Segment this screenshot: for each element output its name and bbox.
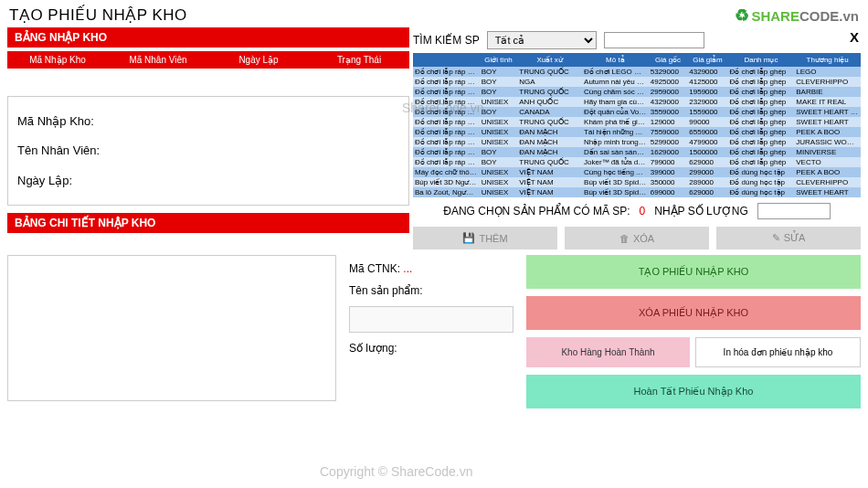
col-header[interactable]: Thương hiệu bbox=[794, 53, 861, 67]
col-header[interactable] bbox=[413, 53, 480, 67]
close-button[interactable]: X bbox=[850, 29, 859, 45]
qty-label: NHẬP SỐ LƯỢNG bbox=[654, 205, 747, 217]
search-label: TÌM KIẾM SP bbox=[413, 34, 480, 47]
detail-section-header: BẢNG CHI TIẾT NHẬP KHO bbox=[7, 213, 409, 233]
recycle-icon: ♻ bbox=[735, 5, 749, 26]
table-row[interactable]: Ba lô Zoút, Người nhện Spider-Man CL...U… bbox=[413, 187, 861, 197]
import-section-header: BẢNG NHẬP KHO bbox=[7, 27, 409, 48]
import-id-label: Mã Nhập Kho: bbox=[17, 114, 94, 128]
ctnk-label: Mã CTNK: bbox=[349, 262, 400, 275]
table-row[interactable]: Đồ chơi lắp ráp Siêu xe Người Dơi đối...… bbox=[413, 157, 861, 167]
col-header[interactable]: Giá giảm bbox=[687, 53, 727, 67]
col-header[interactable]: Giới tính bbox=[480, 53, 518, 67]
delete-button[interactable]: 🗑XÓA bbox=[565, 227, 709, 249]
ctnk-value: ... bbox=[403, 262, 412, 275]
warehouse-done-button[interactable]: Kho Hàng Hoàn Thành bbox=[526, 337, 690, 367]
col-header[interactable]: Mô tả bbox=[582, 53, 649, 67]
col-header[interactable]: Xuất xứ bbox=[517, 53, 582, 67]
table-row[interactable]: Đồ chơi lắp ráp Học viện Ma thuật và ...… bbox=[413, 137, 861, 147]
brand-logo: ♻ SHARECODE.vn bbox=[735, 5, 859, 26]
col-header[interactable]: Danh mục bbox=[728, 53, 795, 67]
finish-import-button[interactable]: Hoàn Tất Phiếu Nhập Kho bbox=[526, 375, 861, 408]
date-label: Ngày Lập: bbox=[17, 174, 72, 187]
add-button[interactable]: 💾THÊM bbox=[413, 227, 557, 249]
page-title: TẠO PHIẾU NHẬP KHO bbox=[9, 5, 187, 25]
table-row[interactable]: Đồ chơi lắp ráp Công viên giải trí ven .… bbox=[413, 77, 861, 87]
import-info-panel: Mã Nhập Kho: Tên Nhân Viên: Ngày Lập: bbox=[7, 96, 409, 206]
qty-input[interactable] bbox=[757, 203, 831, 219]
edit-icon: ✎ bbox=[772, 232, 780, 244]
col-header[interactable]: Giá gốc bbox=[649, 53, 688, 67]
detail-table-panel bbox=[7, 255, 336, 401]
product-table[interactable]: Giới tínhXuất xứMô tảGiá gốcGiá giảmDanh… bbox=[413, 53, 861, 197]
table-row[interactable]: Đồ chơi lắp ráp Tiệm ăn trung tâm thă...… bbox=[413, 97, 861, 107]
delete-import-button[interactable]: XÓA PHIẾU NHẬP KHO bbox=[526, 296, 861, 330]
table-row[interactable]: Máy đọc chữ thông minh cho bé PEE...UNIS… bbox=[413, 167, 861, 177]
import-table-header: Mã Nhập Kho Mã Nhân Viên Ngày Lập Trạng … bbox=[7, 51, 409, 69]
print-invoice-button[interactable]: In hóa đơn phiếu nhập kho bbox=[695, 337, 861, 367]
quantity-label: Số lượng: bbox=[349, 342, 397, 355]
table-row[interactable]: Đồ chơi lắp ráp Trận chiến tại trường ..… bbox=[413, 107, 861, 117]
edit-button[interactable]: ✎SỬA bbox=[716, 227, 861, 249]
product-name-label: Tên sản phẩm: bbox=[349, 284, 513, 297]
table-row[interactable]: Đồ chơi lắp ráp Phi thuyền X-Wing Sta...… bbox=[413, 127, 861, 137]
table-row[interactable]: Đồ chơi lắp ráp Khám phá và ngôi sứ...BO… bbox=[413, 147, 861, 157]
selection-value: 0 bbox=[640, 205, 646, 217]
employee-label: Tên Nhân Viên: bbox=[17, 143, 100, 157]
save-icon: 💾 bbox=[462, 232, 475, 244]
search-filter[interactable]: Tất cả bbox=[487, 31, 597, 49]
table-row[interactable]: Đồ chơi lắp ráp Ngôi nhà gia đình 3tro..… bbox=[413, 67, 861, 77]
selection-label: ĐANG CHỌN SẢN PHẨM CÓ MÃ SP: bbox=[443, 205, 630, 217]
watermark: Copyright © ShareCode.vn bbox=[320, 464, 473, 479]
product-name-input[interactable] bbox=[349, 306, 513, 333]
create-import-button[interactable]: TẠO PHIẾU NHẬP KHO bbox=[526, 255, 861, 289]
table-row[interactable]: Đồ chơi lắp ráp Ngôi nhà nguồn ở của ...… bbox=[413, 87, 861, 97]
table-row[interactable]: Đồ chơi lắp ráp Nhân Vật LEGO Harry...UN… bbox=[413, 117, 861, 127]
search-input[interactable] bbox=[604, 32, 704, 48]
trash-icon: 🗑 bbox=[619, 233, 630, 244]
table-row[interactable]: Búp viết 3D Người nhện Spider-Man C...UN… bbox=[413, 177, 861, 187]
